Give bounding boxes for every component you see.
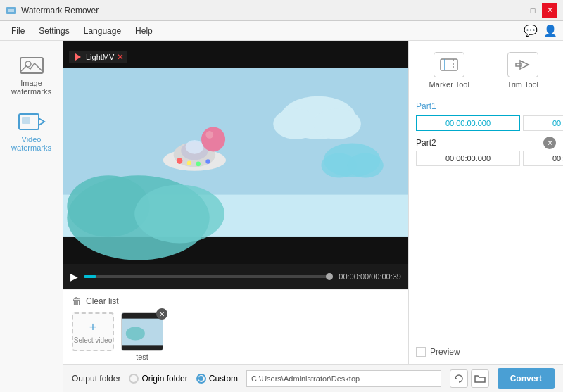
svg-rect-2 [20,58,43,73]
progress-handle[interactable] [326,273,333,280]
play-button[interactable]: ▶ [70,271,78,282]
svg-rect-1 [8,9,14,12]
minimize-button[interactable]: ─ [508,3,524,18]
video-container[interactable]: LightMV ✕ [63,41,408,264]
svg-point-25 [187,161,191,166]
custom-folder-radio[interactable] [196,374,206,384]
custom-folder-option[interactable]: Custom [196,374,238,384]
part2-delete-button[interactable]: ✕ [543,137,556,149]
svg-rect-40 [516,63,521,66]
svg-point-29 [205,131,213,139]
add-icon: + [89,320,97,335]
trash-icon[interactable]: 🗑 [72,296,82,307]
custom-radio-inner [198,376,203,381]
svg-point-27 [205,159,210,164]
menu-bar-right: 💬 👤 [524,24,557,37]
thumbnail-test: ✕ test [121,312,163,361]
video-section: LightMV ✕ ▶ 00:00:00/00:00:39 [63,41,408,364]
trim-tool-button[interactable]: Trim Tool [490,48,557,93]
thumbnail-section: + Select video [63,310,408,364]
sidebar-item-video-watermarks[interactable]: Video watermarks [4,104,60,158]
thumbnail-preview-icon [122,312,163,351]
lightmv-logo-icon [73,52,83,62]
marker-tool-button[interactable]: Marker Tool [416,48,483,93]
folder-path-input[interactable] [246,370,441,387]
marker-icon-svg [439,56,459,73]
window-controls: ─ □ ✕ [508,3,557,18]
part2-row [416,151,556,166]
svg-rect-36 [441,59,457,70]
watermark-close-icon[interactable]: ✕ [117,53,123,62]
main-layout: Image watermarks Video watermarks [0,41,563,392]
video-controls: ▶ 00:00:00/00:00:39 [63,264,408,289]
svg-rect-6 [22,117,30,124]
svg-point-34 [126,327,145,340]
refresh-icon [454,374,464,384]
part1-start-input[interactable] [416,115,520,131]
svg-point-19 [348,153,384,178]
part2-end-input[interactable] [523,151,563,166]
bottom-icons [450,369,489,388]
marker-tool-label: Marker Tool [429,80,469,89]
progress-fill [84,275,96,278]
svg-point-24 [177,158,183,164]
select-video-label: Select video [74,336,112,344]
video-scene [63,41,408,264]
add-video-button[interactable]: + Select video [72,312,114,351]
browse-folder-button[interactable] [471,369,489,388]
maximize-button[interactable]: □ [525,3,540,18]
video-watermarks-icon [18,110,46,135]
close-button[interactable]: ✕ [542,3,557,18]
clear-list-section: 🗑 Clear list [63,289,408,310]
preview-section: Preview [416,347,556,357]
svg-marker-5 [39,118,44,125]
menu-file[interactable]: File [6,23,30,39]
svg-point-28 [201,127,225,151]
middle-section: LightMV ✕ ▶ 00:00:00/00:00:39 [63,41,563,364]
menu-bar: File Settings Language Help 💬 👤 [0,21,563,41]
part1-label: Part1 [416,101,436,111]
thumbnail-close-button[interactable]: ✕ [156,308,167,320]
origin-folder-radio[interactable] [129,374,139,384]
trim-tool-icon [507,52,538,77]
origin-folder-option[interactable]: Origin folder [129,374,187,384]
menu-settings[interactable]: Settings [33,23,75,39]
menu-help[interactable]: Help [129,23,158,39]
progress-bar[interactable] [84,275,333,278]
convert-button[interactable]: Convert [498,368,555,389]
svg-point-13 [134,184,224,243]
time-display: 00:00:00/00:00:39 [339,272,401,281]
user-icon[interactable]: 👤 [543,24,557,37]
watermark-overlay: LightMV ✕ [69,51,127,63]
sidebar: Image watermarks Video watermarks [0,41,63,392]
trim-tool-label: Trim Tool [507,80,538,89]
menu-language[interactable]: Language [78,23,127,39]
right-panel: Marker Tool Trim Tool [408,41,563,364]
svg-marker-30 [75,53,81,61]
video-background: LightMV ✕ [63,41,408,264]
part2-start-input[interactable] [416,151,520,166]
image-watermarks-label: Image watermarks [6,79,57,96]
origin-folder-label: Origin folder [141,374,187,384]
folder-icon [474,374,486,384]
thumbnail-image[interactable] [121,312,163,351]
window-title: Watermark Remover [21,6,99,15]
image-watermarks-icon [18,53,46,79]
part1-end-input[interactable] [523,115,563,131]
svg-point-26 [196,162,201,167]
custom-label: Custom [209,374,238,384]
part1-row [416,115,556,131]
part2-label: Part2 [416,138,436,148]
svg-point-23 [186,140,204,154]
preview-checkbox[interactable] [416,347,426,357]
chat-icon[interactable]: 💬 [524,24,538,37]
output-folder-label: Output folder [72,374,120,384]
trim-icon-svg [513,56,533,73]
clear-list-label[interactable]: Clear list [86,296,119,306]
refresh-path-button[interactable] [450,369,468,388]
title-bar-left: Watermark Remover [6,5,99,16]
preview-label: Preview [430,347,460,357]
svg-point-15 [273,108,318,139]
sidebar-item-image-watermarks[interactable]: Image watermarks [4,48,60,101]
watermark-text: LightMV [86,53,114,61]
